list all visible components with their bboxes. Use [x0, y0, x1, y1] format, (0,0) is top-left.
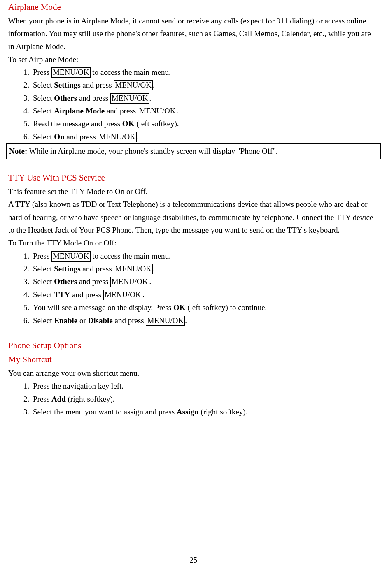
- key-label: MENU/OK: [138, 106, 177, 116]
- step: Select Enable or Disable and press MENU/…: [31, 314, 379, 327]
- note-box: Note: While in Airplane mode, your phone…: [6, 143, 381, 159]
- key-label: MENU/OK: [110, 277, 149, 287]
- page-number: 25: [8, 554, 379, 567]
- key-label: MENU/OK: [51, 251, 91, 262]
- key-label: MENU/OK: [146, 316, 185, 326]
- heading-my-shortcut: My Shortcut: [8, 352, 379, 367]
- heading-airplane-mode: Airplane Mode: [8, 0, 379, 14]
- key-label: MENU/OK: [103, 290, 142, 300]
- step: Select TTY and press MENU/OK.: [31, 288, 379, 301]
- step: Select Others and press MENU/OK.: [31, 275, 379, 288]
- step: Select Others and press MENU/OK.: [31, 92, 379, 104]
- steps-list: Press the navigation key left. Press Add…: [8, 380, 379, 418]
- step: Press Add (right softkey).: [31, 393, 379, 405]
- key-label: MENU/OK: [51, 67, 91, 78]
- steps-list: Press MENU/OK to access the main menu. S…: [8, 66, 379, 143]
- paragraph: You can arrange your own shortcut menu.: [8, 367, 379, 380]
- key-label: MENU/OK: [114, 80, 153, 90]
- step: Press MENU/OK to access the main menu.: [31, 66, 379, 79]
- key-label: MENU/OK: [110, 93, 149, 104]
- step: Select On and press MENU/OK.: [31, 130, 379, 143]
- key-label: MENU/OK: [98, 132, 137, 142]
- note-label: Note:: [9, 147, 27, 155]
- step: Select Airplane Mode and press MENU/OK.: [31, 104, 379, 117]
- steps-list: Press MENU/OK to access the main menu. S…: [8, 250, 379, 327]
- paragraph: When your phone is in Airplane Mode, it …: [8, 14, 379, 53]
- step: You will see a message on the display. P…: [31, 301, 379, 314]
- step: Press the navigation key left.: [31, 380, 379, 392]
- step: Select Settings and press MENU/OK.: [31, 79, 379, 91]
- paragraph: This feature set the TTY Mode to On or O…: [8, 185, 379, 198]
- step: Select the menu you want to assign and p…: [31, 405, 379, 418]
- heading-tty: TTY Use With PCS Service: [8, 171, 379, 185]
- paragraph: To Turn the TTY Mode On or Off:: [8, 236, 379, 249]
- step: Select Settings and press MENU/OK.: [31, 262, 379, 275]
- heading-phone-setup: Phone Setup Options: [8, 338, 379, 353]
- paragraph: A TTY (also known as TDD or Text Telepho…: [8, 198, 379, 236]
- key-label: MENU/OK: [114, 264, 153, 274]
- step: Press MENU/OK to access the main menu.: [31, 250, 379, 262]
- paragraph: To set Airplane Mode:: [8, 53, 379, 66]
- note-text: While in Airplane mode, your phone's sta…: [27, 147, 277, 155]
- step: Read the message and press OK (left soft…: [31, 117, 379, 130]
